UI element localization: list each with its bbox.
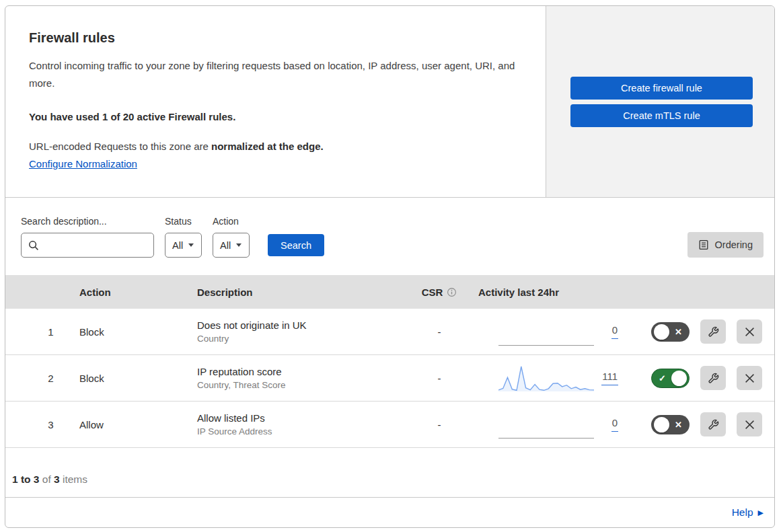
normalization-bold: normalized at the edge. xyxy=(211,141,324,152)
create-mtls-rule-button[interactable]: Create mTLS rule xyxy=(570,104,753,127)
usage-summary: You have used 1 of 20 active Firewall ru… xyxy=(29,111,525,122)
chevron-down-icon xyxy=(188,243,194,247)
toggle-knob xyxy=(671,371,687,386)
right-triangle-icon: ▶ xyxy=(758,509,764,517)
rule-controls: ✓ ✕ xyxy=(628,319,774,344)
status-dropdown-value: All xyxy=(172,240,183,251)
configure-rule-button[interactable] xyxy=(700,412,726,436)
create-firewall-rule-button[interactable]: Create firewall rule xyxy=(570,77,753,100)
action-dropdown[interactable]: All xyxy=(213,233,250,258)
rule-priority: 2 xyxy=(5,373,69,384)
pagination-summary: 1 to 3 of 3 items xyxy=(5,448,774,497)
rule-description-cell: Does not originate in UK Country xyxy=(187,319,406,344)
status-toggle[interactable]: ✓ ✕ xyxy=(651,322,690,342)
activity-sparkline xyxy=(498,410,594,439)
help-link[interactable]: Help ▶ xyxy=(732,506,764,519)
rule-description: IP reputation score xyxy=(197,366,406,377)
rule-csr-value: - xyxy=(406,419,473,430)
toggle-knob xyxy=(654,324,669,340)
table-header-row: Action Description CSR Activity last 24h… xyxy=(5,275,774,309)
x-icon: ✕ xyxy=(675,420,682,429)
search-icon xyxy=(28,240,39,251)
rule-description-cell: IP reputation score Country, Threat Scor… xyxy=(187,366,406,390)
delete-rule-button[interactable] xyxy=(737,366,762,390)
status-dropdown[interactable]: All xyxy=(165,233,202,258)
rule-csr-value: - xyxy=(406,373,473,384)
items-range: 1 to 3 xyxy=(12,473,39,485)
column-action: Action xyxy=(69,287,187,298)
close-icon xyxy=(745,327,755,337)
action-dropdown-value: All xyxy=(220,240,231,251)
delete-rule-button[interactable] xyxy=(737,412,762,436)
items-of: of xyxy=(39,473,54,485)
table-row: 3 Allow Allow listed IPs IP Source Addre… xyxy=(5,402,774,448)
x-icon: ✕ xyxy=(675,328,682,336)
ordering-button-label: Ordering xyxy=(715,239,753,250)
activity-count-link[interactable]: 0 xyxy=(611,417,618,432)
items-word: items xyxy=(60,473,87,485)
rule-description: Does not originate in UK xyxy=(197,319,406,331)
chevron-down-icon xyxy=(236,243,241,247)
table-body: 1 Block Does not originate in UK Country… xyxy=(5,309,774,448)
firewall-rules-card: Firewall rules Control incoming traffic … xyxy=(5,5,775,528)
items-total: 3 xyxy=(54,473,60,485)
table-row: 1 Block Does not originate in UK Country… xyxy=(5,309,774,355)
configure-rule-button[interactable] xyxy=(700,319,726,344)
ordering-list-icon xyxy=(698,239,709,250)
header-section: Firewall rules Control incoming traffic … xyxy=(5,6,774,198)
header-text: Firewall rules Control incoming traffic … xyxy=(5,6,546,197)
column-csr-label: CSR xyxy=(422,287,443,298)
column-description: Description xyxy=(187,287,406,298)
rule-fields: IP Source Address xyxy=(197,426,406,436)
rule-priority: 3 xyxy=(5,419,69,430)
search-input[interactable] xyxy=(44,239,147,252)
wrench-icon xyxy=(708,373,719,384)
table-row: 2 Block IP reputation score Country, Thr… xyxy=(5,355,774,402)
delete-rule-button[interactable] xyxy=(737,319,762,344)
rule-controls: ✓ ✕ xyxy=(628,366,774,390)
status-label: Status xyxy=(165,216,202,227)
info-icon[interactable] xyxy=(447,287,457,297)
close-icon xyxy=(745,373,755,383)
rule-fields: Country xyxy=(197,334,406,344)
normalization-note: URL-encoded Requests to this zone are no… xyxy=(29,141,525,152)
close-icon xyxy=(745,420,755,430)
rule-activity-cell: 0 xyxy=(473,410,628,439)
search-button[interactable]: Search xyxy=(268,234,324,256)
activity-count-link[interactable]: 0 xyxy=(611,324,618,339)
search-input-wrapper xyxy=(21,233,154,258)
wrench-icon xyxy=(708,326,719,338)
configure-normalization-link[interactable]: Configure Normalization xyxy=(29,158,137,169)
column-activity: Activity last 24hr xyxy=(473,287,628,298)
rule-controls: ✓ ✕ xyxy=(628,412,774,436)
column-csr: CSR xyxy=(406,287,473,298)
rule-action: Block xyxy=(69,373,187,384)
help-label: Help xyxy=(732,506,753,519)
ordering-button[interactable]: Ordering xyxy=(687,232,764,258)
rule-fields: Country, Threat Score xyxy=(197,380,406,390)
status-toggle[interactable]: ✓ ✕ xyxy=(651,369,690,388)
status-filter-group: Status All xyxy=(165,216,202,258)
action-panel: Create firewall rule Create mTLS rule xyxy=(546,6,774,197)
check-icon: ✓ xyxy=(659,374,666,383)
activity-count-link[interactable]: 111 xyxy=(601,371,618,385)
rule-csr-value: - xyxy=(406,326,473,338)
wrench-icon xyxy=(708,419,719,430)
rule-activity-cell: 0 xyxy=(473,317,628,346)
page-description: Control incoming traffic to your zone by… xyxy=(29,57,525,92)
activity-sparkline xyxy=(498,317,594,346)
action-filter-group: Action All xyxy=(213,216,250,258)
help-footer: Help ▶ xyxy=(5,497,774,527)
filter-bar: Search description... Status All Action … xyxy=(5,198,774,275)
toggle-knob xyxy=(654,417,669,432)
normalization-text: URL-encoded Requests to this zone are xyxy=(29,141,211,152)
activity-sparkline xyxy=(498,363,594,393)
rule-action: Allow xyxy=(69,419,187,430)
search-group: Search description... xyxy=(21,216,154,258)
action-label: Action xyxy=(213,216,250,227)
rule-description-cell: Allow listed IPs IP Source Address xyxy=(187,412,406,436)
configure-rule-button[interactable] xyxy=(700,366,726,390)
rule-description: Allow listed IPs xyxy=(197,412,406,424)
status-toggle[interactable]: ✓ ✕ xyxy=(651,415,690,434)
page-title: Firewall rules xyxy=(29,30,525,46)
